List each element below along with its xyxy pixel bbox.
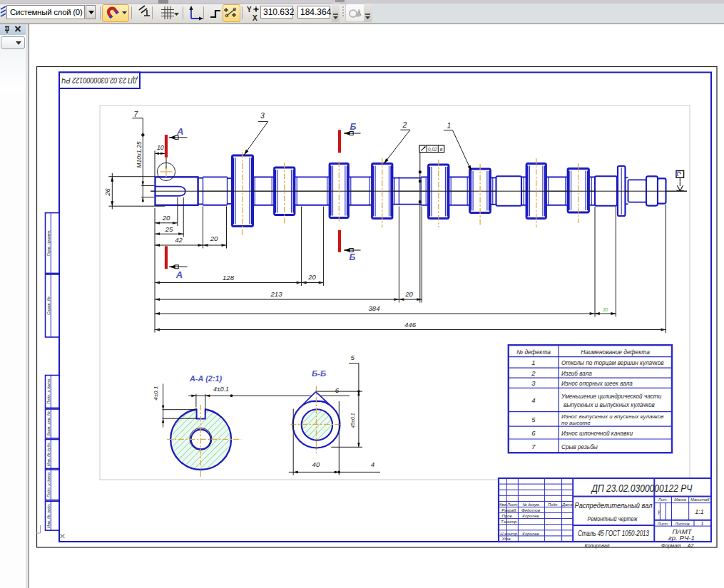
svg-text:№ докум.: № докум. [523, 502, 541, 507]
svg-text:5: 5 [350, 354, 355, 361]
svg-text:2: 2 [531, 369, 536, 377]
svg-text:4±0.1: 4±0.1 [213, 386, 229, 393]
svg-text:Утв.: Утв. [501, 537, 512, 541]
svg-text:Подп.: Подп. [548, 502, 559, 507]
svg-text:X: X [253, 14, 258, 22]
svg-text:Износ выпускных и впускных кул: Износ выпускных и впускных кулачков [561, 413, 663, 420]
svg-text:7: 7 [531, 443, 536, 450]
svg-text:Подп. и дата: Подп. и дата [46, 379, 51, 404]
svg-text:Копировал: Копировал [585, 543, 610, 549]
svg-text:20: 20 [404, 290, 413, 298]
svg-text:3: 3 [531, 379, 536, 387]
svg-text:Распределительный вал: Распределительный вал [575, 501, 653, 510]
svg-text:6: 6 [335, 386, 340, 394]
svg-text:по высоте: по высоте [561, 420, 591, 426]
svg-text:Износ опорных шеек вала: Износ опорных шеек вала [561, 381, 633, 387]
svg-text:Масса: Масса [674, 497, 686, 502]
svg-text:40: 40 [312, 460, 320, 468]
svg-text:Листов: Листов [674, 522, 689, 526]
svg-text:45±0.1: 45±0.1 [350, 413, 355, 428]
svg-text:20: 20 [307, 273, 316, 281]
svg-text:А: А [176, 126, 183, 137]
svg-text:1: 1 [447, 122, 452, 130]
svg-text:10: 10 [157, 144, 164, 151]
svg-text:128: 128 [223, 274, 235, 282]
svg-text:42: 42 [175, 236, 183, 244]
svg-text:Формат: Формат [661, 543, 681, 549]
svg-text:Королев: Королев [522, 532, 539, 536]
svg-text:Наименование дефекта: Наименование дефекта [581, 349, 650, 356]
svg-text:Перв. примен.: Перв. примен. [46, 229, 51, 256]
svg-text:0,02: 0,02 [428, 147, 437, 152]
svg-text:5: 5 [531, 416, 536, 423]
svg-text:М10х1.25: М10х1.25 [136, 141, 143, 168]
svg-text:Масштаб: Масштаб [690, 497, 710, 502]
svg-text:А2: А2 [687, 543, 694, 548]
svg-text:Б: Б [350, 252, 356, 262]
svg-text:гр. РЧ-1: гр. РЧ-1 [668, 534, 695, 542]
svg-text:Уменьшение цилиндрической част: Уменьшение цилиндрической части [561, 393, 662, 400]
svg-text:Изм.: Изм. [499, 502, 507, 507]
svg-text:25: 25 [165, 225, 173, 233]
svg-text:Ремонтный чертеж: Ремонтный чертеж [588, 515, 638, 522]
svg-text:Лист: Лист [506, 502, 518, 507]
svg-text:Дата: Дата [561, 502, 573, 507]
svg-text:Б-Б: Б-Б [312, 369, 326, 378]
svg-text:Пров.: Пров. [502, 514, 514, 518]
svg-text:Отколы по торцам вершин кулачк: Отколы по торцам вершин кулачков [561, 360, 664, 366]
svg-text:Взам. инв. №: Взам. инв. № [46, 411, 51, 436]
svg-text:6: 6 [531, 429, 536, 437]
svg-text:ДП 23.02.0300000122 РЧ: ДП 23.02.0300000122 РЧ [591, 483, 693, 494]
svg-text:20: 20 [210, 234, 218, 242]
svg-text:4: 4 [371, 460, 374, 468]
svg-text:Срыв резьбы: Срыв резьбы [561, 444, 598, 450]
svg-text:Износ шпоночной канавки: Износ шпоночной канавки [561, 430, 633, 437]
svg-text:ДП 23.02.0300000122 РЧ: ДП 23.02.0300000122 РЧ [61, 76, 138, 85]
svg-text:446: 446 [404, 321, 417, 329]
svg-text:Лист: Лист [657, 522, 668, 526]
svg-text:Федотов: Федотов [521, 508, 540, 512]
svg-text:Инв. № дубл.: Инв. № дубл. [46, 442, 51, 466]
svg-text:4: 4 [531, 396, 535, 404]
svg-text:выпускных и выпускных кулачков: выпускных и выпускных кулачков [564, 402, 655, 408]
svg-text:30: 30 [603, 307, 608, 312]
svg-text:Y: Y [247, 6, 252, 14]
svg-text:2: 2 [402, 121, 407, 129]
svg-text:Разраб.: Разраб. [501, 508, 517, 512]
svg-text:4±0.1: 4±0.1 [153, 386, 159, 401]
svg-text:Б: Б [350, 122, 357, 132]
svg-text:Сталь 45 ГОСТ 1050-2013: Сталь 45 ГОСТ 1050-2013 [578, 530, 649, 537]
svg-text:1:1: 1:1 [695, 508, 704, 515]
svg-text:1: 1 [531, 359, 535, 366]
svg-text:1: 1 [701, 521, 704, 526]
svg-text:Подп. и дата: Подп. и дата [46, 473, 51, 497]
svg-text:А-А (2:1): А-А (2:1) [189, 374, 222, 383]
svg-text:А: А [175, 269, 183, 280]
svg-text:Инв. № подл.: Инв. № подл. [46, 503, 51, 528]
svg-text:20: 20 [162, 214, 170, 222]
svg-text:Н.контр.: Н.контр. [500, 532, 518, 536]
svg-text:№ дефекта: № дефекта [516, 349, 551, 356]
svg-text:Справ. №: Справ. № [46, 296, 51, 314]
svg-text:384: 384 [368, 304, 379, 312]
svg-text:В: В [439, 148, 442, 152]
svg-text:213: 213 [270, 290, 282, 298]
svg-text:Королев: Королев [522, 514, 539, 518]
svg-text:3: 3 [260, 112, 265, 120]
svg-text:Изгиб вала: Изгиб вала [561, 371, 592, 377]
svg-text:26: 26 [103, 188, 111, 197]
svg-text:Лит.: Лит. [658, 497, 668, 502]
svg-text:у: у [657, 509, 661, 515]
svg-text:Т.контр.: Т.контр. [501, 520, 518, 524]
